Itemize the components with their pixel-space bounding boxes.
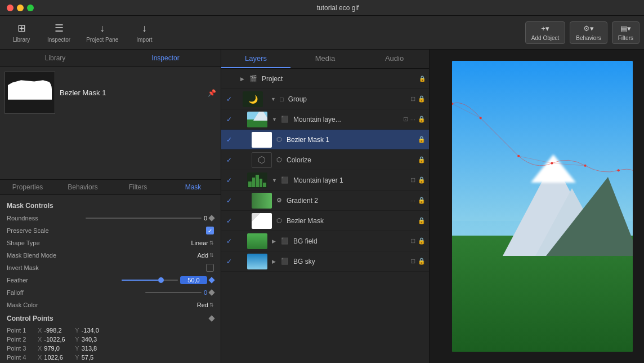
falloff-track bbox=[145, 292, 202, 293]
add-object-button[interactable]: +▾ Add Object bbox=[525, 21, 565, 44]
mask-color-value-container: Red ⇅ bbox=[86, 302, 214, 308]
bg-sky-actions: ⊡ 🔒 bbox=[410, 258, 426, 265]
tab-behaviors[interactable]: Behaviors bbox=[55, 180, 110, 194]
point-4-x-axis: X bbox=[38, 354, 42, 361]
layer-bezier-mask-1[interactable]: ✓ ⬡ Bezier Mask 1 🔒 bbox=[221, 130, 429, 150]
point-2-y-val: 340,3 bbox=[82, 336, 113, 343]
falloff-value: 0 bbox=[204, 289, 207, 296]
roundness-slider[interactable] bbox=[86, 215, 202, 221]
falloff-keyframe[interactable] bbox=[208, 289, 214, 295]
roundness-slider-track bbox=[86, 218, 202, 219]
tab-mask[interactable]: Mask bbox=[166, 180, 221, 194]
bezier-mask-check[interactable]: ✓ bbox=[225, 216, 234, 225]
mountain-top-lock: 🔒 bbox=[418, 116, 426, 123]
add-object-label: Add Object bbox=[531, 35, 559, 41]
colorize-thumb: ⬡ bbox=[252, 152, 272, 168]
tab-filters[interactable]: Filters bbox=[110, 180, 166, 194]
mountain-top-check[interactable]: ✓ bbox=[225, 115, 234, 124]
layer-colorize[interactable]: ✓ ⬡ ⬡ Colorize 🔒 bbox=[221, 150, 429, 170]
layer-bg-field[interactable]: ✓ ▶ ⬛ BG field ⊡ 🔒 bbox=[221, 231, 429, 251]
inspector-name: Bezier Mask 1 bbox=[60, 88, 106, 97]
maximize-button[interactable] bbox=[27, 5, 34, 11]
behaviors-icon: ⚙▾ bbox=[583, 24, 594, 33]
filters-button[interactable]: ▤▾ Filters bbox=[612, 21, 639, 44]
mask-blend-mode-value[interactable]: Add ⇅ bbox=[197, 252, 214, 259]
shape-type-value-container: Linear ⇅ bbox=[86, 240, 214, 246]
close-button[interactable] bbox=[7, 5, 14, 11]
mountain-1-expand[interactable]: ▼ bbox=[272, 178, 279, 183]
mask-blend-mode-row: Mask Blend Mode Add ⇅ bbox=[0, 249, 221, 262]
bm-lock: 🔒 bbox=[418, 217, 426, 224]
mask-color-value[interactable]: Red ⇅ bbox=[197, 302, 214, 308]
feather-input[interactable] bbox=[180, 276, 207, 284]
gradient-2-actions: ··· 🔒 bbox=[410, 197, 426, 204]
feather-thumb bbox=[158, 277, 164, 283]
project-expand[interactable]: ▶ bbox=[240, 76, 247, 82]
bg-field-expand[interactable]: ▶ bbox=[272, 238, 279, 244]
preserve-scale-checkbox[interactable]: ✓ bbox=[206, 227, 214, 234]
gradient-2-check[interactable]: ✓ bbox=[225, 196, 234, 205]
gradient-2-name: Gradient 2 bbox=[287, 197, 408, 205]
layer-mountain-1[interactable]: ✓ ▼ ⬛ Mountain layer 1 ⊡ 🔒 bbox=[221, 170, 429, 191]
bg-sky-check[interactable]: ✓ bbox=[225, 257, 234, 266]
layer-bg-sky[interactable]: ✓ ▶ ⬛ BG sky ⊡ 🔒 bbox=[221, 251, 429, 272]
canvas-panel[interactable] bbox=[430, 50, 644, 363]
tab-media[interactable]: Media bbox=[290, 50, 360, 68]
control-points-keyframe[interactable] bbox=[208, 315, 214, 321]
layer-project[interactable]: ✓ ▶ 🎬 Project 🔒 bbox=[221, 69, 429, 89]
tab-inspector[interactable]: Inspector bbox=[110, 50, 221, 67]
layer-mountain-top[interactable]: ✓ ▼ ⬛ Mountain laye... ⊡ ··· 🔒 bbox=[221, 109, 429, 130]
preserve-scale-label: Preserve Scale bbox=[7, 227, 86, 234]
bg-sky-expand[interactable]: ▶ bbox=[272, 259, 279, 264]
layer-group[interactable]: ✓ 🌙 ▼ □ Group ⊡ 🔒 bbox=[221, 89, 429, 109]
project-icon: 🎬 bbox=[249, 75, 257, 82]
invert-mask-checkbox[interactable] bbox=[206, 264, 214, 272]
bg-sky-name: BG sky bbox=[293, 258, 408, 265]
falloff-slider[interactable] bbox=[145, 290, 202, 295]
inspector-icon: ☰ bbox=[55, 22, 64, 34]
inspector-content: Bezier Mask 1 📌 bbox=[0, 67, 221, 180]
layer-gradient-2[interactable]: ✓ ⚙ Gradient 2 ··· 🔒 bbox=[221, 191, 429, 211]
colorize-check[interactable]: ✓ bbox=[225, 156, 234, 165]
layer-bezier-mask[interactable]: ✓ ⬡ Bezier Mask 🔒 bbox=[221, 211, 429, 231]
colorize-type-icon: ⬡ bbox=[276, 156, 282, 163]
shape-type-row: Shape Type Linear ⇅ bbox=[0, 237, 221, 249]
tab-layers[interactable]: Layers bbox=[221, 50, 290, 68]
import-label: Import bbox=[136, 37, 152, 43]
tab-properties[interactable]: Properties bbox=[0, 180, 55, 194]
bg-field-check[interactable]: ✓ bbox=[225, 237, 234, 246]
bezier-mask-1-check[interactable]: ✓ bbox=[225, 135, 234, 144]
canvas bbox=[452, 61, 633, 352]
mountain-1-check[interactable]: ✓ bbox=[225, 176, 234, 185]
control-points-label: Control Points bbox=[7, 315, 53, 322]
pin-icon[interactable]: 📌 bbox=[208, 89, 216, 97]
feather-slider-container[interactable] bbox=[122, 277, 178, 283]
library-icon: ⊞ bbox=[17, 22, 26, 34]
tab-library[interactable]: Library bbox=[0, 50, 110, 67]
window-title: tutorial eco gif bbox=[38, 4, 637, 12]
group-expand[interactable]: ▼ bbox=[271, 96, 278, 102]
minimize-button[interactable] bbox=[17, 5, 24, 11]
point-4-label: Point 4 bbox=[7, 354, 38, 361]
group-icon: □ bbox=[280, 96, 284, 103]
roundness-value: 0 bbox=[204, 215, 207, 222]
snow-cap bbox=[531, 154, 576, 183]
mountain-top-thumb bbox=[247, 112, 267, 127]
shape-type-value[interactable]: Linear ⇅ bbox=[191, 240, 214, 246]
bezier-mask-icon: ⬡ bbox=[276, 136, 282, 143]
project-pane-button[interactable]: ↓ Project Pane bbox=[79, 20, 125, 45]
roundness-keyframe[interactable] bbox=[208, 215, 214, 221]
hist-1 bbox=[248, 182, 252, 187]
import-button[interactable]: ↓ Import bbox=[127, 20, 161, 45]
tab-audio[interactable]: Audio bbox=[360, 50, 429, 68]
moon-icon: 🌙 bbox=[248, 95, 258, 104]
bg-field-thumb bbox=[247, 233, 267, 249]
group-check[interactable]: ✓ bbox=[225, 95, 234, 104]
mountain-top-expand[interactable]: ▼ bbox=[272, 117, 279, 122]
feather-keyframe[interactable] bbox=[208, 277, 214, 283]
mask-shape-preview bbox=[8, 78, 52, 102]
import-icon: ↓ bbox=[142, 23, 147, 34]
library-button[interactable]: ⊞ Library bbox=[5, 20, 38, 45]
inspector-button[interactable]: ☰ Inspector bbox=[41, 20, 77, 45]
behaviors-button[interactable]: ⚙▾ Behaviors bbox=[570, 21, 607, 44]
